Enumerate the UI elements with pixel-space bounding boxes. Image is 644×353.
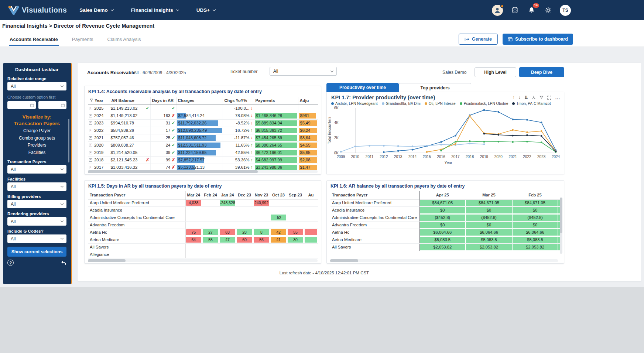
chart-series-tmon-pa-c-marnzot[interactable]: [483, 133, 557, 152]
kpi-1-6-horizontal-scrollbar[interactable]: [330, 259, 558, 262]
table-row[interactable]: Administrative Concepts Inc Continental …: [330, 214, 561, 221]
help-icon[interactable]: ?: [7, 260, 14, 266]
more-options-icon[interactable]: …: [555, 95, 560, 100]
chart-point[interactable]: [412, 149, 414, 151]
table-row[interactable]: Aetna Medicare64554760564130: [88, 236, 318, 243]
chart-point[interactable]: [469, 115, 471, 117]
table-row[interactable]: Aarp United Medicare Preferred4,038-248,…: [88, 199, 318, 206]
nav-menu-financial-insights[interactable]: Financial Insights: [131, 7, 179, 13]
column-header[interactable]: Apr 25: [419, 191, 466, 199]
scrollbar-thumb[interactable]: [88, 259, 126, 262]
profile-initials-avatar[interactable]: TS: [560, 5, 571, 16]
expand-icon[interactable]: +: [89, 136, 92, 140]
chart-point[interactable]: [397, 145, 399, 147]
table-row[interactable]: Aetna Medicare$5,083.5$5,083.5$5,083.5: [330, 236, 561, 243]
legend-item-psadmiralack-lpn-obotire[interactable]: Psadmiralack, LPN Obotire: [460, 102, 508, 106]
table-row[interactable]: Administrative Concepts Inc Continental …: [88, 214, 318, 221]
expand-icon[interactable]: +: [89, 166, 92, 169]
column-header[interactable]: Transaction Payer: [330, 191, 419, 199]
show-selections-button[interactable]: Show current selections: [7, 247, 66, 257]
chart-point[interactable]: [526, 134, 528, 136]
custom-start-date-input[interactable]: [7, 101, 36, 109]
chart-point[interactable]: [426, 145, 428, 147]
chart-point[interactable]: [369, 145, 370, 147]
chart-point[interactable]: [483, 141, 485, 143]
generate-button[interactable]: Generate: [459, 34, 498, 45]
expand-all-down-icon[interactable]: ⇊: [524, 95, 528, 100]
legend-item-oti-lpn-intesse[interactable]: Oti, LPN Intesse: [425, 102, 456, 106]
notifications-bell-icon[interactable]: 14: [527, 6, 536, 15]
column-header[interactable]: Sep 23: [287, 191, 304, 199]
visualize-option-charge-payer[interactable]: Charge Payer: [7, 127, 66, 135]
focus-mode-icon[interactable]: [547, 96, 551, 100]
table-row[interactable]: Aetna Hc7527632884255: [88, 229, 318, 236]
column-header[interactable]: Feb 24: [202, 191, 219, 199]
column-header[interactable]: Chgs YoY%: [223, 97, 254, 104]
chart-point[interactable]: [497, 134, 499, 136]
table-row[interactable]: +2024$1,149,213.02163✗$2,584,414.24-78.0…: [88, 112, 318, 119]
column-header[interactable]: Adju: [298, 97, 318, 104]
column-header[interactable]: Mar 24: [185, 191, 202, 199]
chart-point[interactable]: [512, 119, 514, 120]
chart-point[interactable]: [483, 143, 485, 145]
column-header[interactable]: Oct 23: [270, 191, 287, 199]
chart-point[interactable]: [383, 145, 385, 147]
facilities-select[interactable]: All: [7, 182, 66, 191]
column-header[interactable]: Payments: [254, 97, 298, 104]
deep-dive-button[interactable]: Deep Dive: [519, 67, 564, 77]
nav-menu-sales-demo[interactable]: Sales Demo: [79, 7, 113, 13]
expand-icon[interactable]: +: [89, 107, 92, 110]
high-level-button[interactable]: High Level: [475, 67, 516, 77]
column-header[interactable]: Dec 23: [236, 191, 253, 199]
table-row[interactable]: All Savers$2,053.82$2,053.82$2,053.82: [330, 243, 561, 251]
database-icon[interactable]: [510, 6, 520, 15]
table-row[interactable]: Acadia Insurance: [88, 206, 318, 214]
table-row[interactable]: +2023$994,910.7831✓$11,792,032.26-8.52%↓…: [88, 119, 318, 127]
table-row[interactable]: +2019$1,214,520.0539✓$11,224,159.6542.85…: [88, 149, 318, 156]
chart-point[interactable]: [455, 141, 456, 143]
column-header[interactable]: Mar 25: [466, 191, 512, 199]
subscribe-button[interactable]: Subscribe to dashboard: [503, 34, 573, 45]
table-row[interactable]: Acadia Insurance$0$0$0: [330, 206, 561, 214]
chart-point[interactable]: [397, 150, 399, 152]
table-row[interactable]: +2018$2,121,545.23✗99✗$7,857,217.5753.36…: [88, 156, 318, 164]
custom-end-date-input[interactable]: [38, 101, 67, 109]
drill-mode-icon[interactable]: [532, 96, 536, 100]
chart-point[interactable]: [440, 144, 442, 145]
scrollbar-thumb[interactable]: [330, 259, 358, 262]
chart-point[interactable]: [469, 143, 471, 144]
drill-down-icon[interactable]: ↓: [518, 95, 521, 100]
chart-point[interactable]: [483, 133, 485, 135]
visualize-option-facilities[interactable]: Facilities: [7, 149, 66, 157]
rendering-providers-select[interactable]: All: [7, 217, 66, 226]
chart-point[interactable]: [555, 151, 557, 152]
table-row[interactable]: All Savers: [88, 243, 318, 251]
expand-icon[interactable]: +: [89, 121, 92, 125]
user-avatar-icon[interactable]: [492, 5, 503, 16]
column-header[interactable]: AR Balance: [110, 97, 150, 104]
drill-up-icon[interactable]: ↑: [513, 95, 515, 100]
expand-icon[interactable]: +: [89, 158, 92, 162]
table-row[interactable]: Aetna Hc$6,064.66$6,064.66$6,064.66: [330, 229, 561, 236]
kpi-1-4-horizontal-scrollbar[interactable]: [88, 170, 318, 173]
expand-icon[interactable]: +: [89, 151, 92, 154]
kpi-1-6-vertical-scrollbar[interactable]: [560, 198, 562, 254]
chart-point[interactable]: [383, 151, 385, 153]
settings-gear-icon[interactable]: [543, 6, 553, 15]
billing-providers-select[interactable]: All: [7, 200, 66, 208]
chart-series-psadmiralack-lpn-obotire[interactable]: [440, 140, 556, 153]
legend-item-tmon-pa-c-marnzot[interactable]: Tmon, PA-C Marnzot: [512, 102, 551, 106]
undo-icon[interactable]: [60, 260, 66, 265]
column-header[interactable]: Nov 23: [253, 191, 270, 199]
table-row[interactable]: +2022$584,939.2617✓$12,890,235.4916.72%↑…: [88, 127, 318, 134]
chart-point[interactable]: [541, 135, 542, 137]
filter-icon[interactable]: [539, 96, 544, 100]
expand-icon[interactable]: +: [89, 129, 92, 132]
chart-point[interactable]: [483, 109, 485, 111]
chart-point[interactable]: [455, 135, 456, 137]
chart-point[interactable]: [440, 141, 442, 143]
chart-point[interactable]: [541, 130, 542, 132]
column-header[interactable]: Au: [304, 191, 318, 199]
table-row[interactable]: +2017$1,033,416.3274✗$5,123,521.1339.61%…: [88, 164, 318, 171]
table-row[interactable]: Advantra Freedom: [88, 221, 318, 229]
